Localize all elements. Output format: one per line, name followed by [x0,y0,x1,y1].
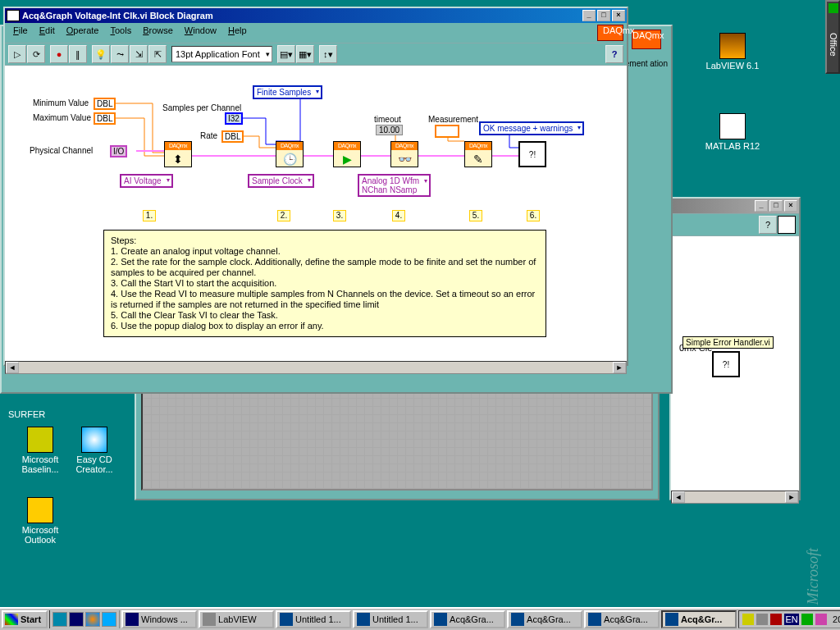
pause-button[interactable]: ‖ [69,45,87,63]
ring-read-type[interactable]: Analog 1D Wfm NChan NSamp [358,174,431,197]
tray-volume-icon[interactable] [756,614,768,625]
system-tray: EN 20:49 [738,610,840,628]
ring-ai-voltage[interactable]: AI Voltage [120,174,173,188]
desktop-icon-outlook[interactable]: Microsoft Outlook [11,497,69,545]
desktop-icon-matlab[interactable]: MATLAB R12 [704,113,761,151]
node-start-task[interactable]: DAQmx▶ [333,141,361,167]
close-button[interactable]: × [612,10,625,21]
const-max-value[interactable]: DBL [94,112,116,125]
taskbtn-windows[interactable]: Windows ... [121,610,197,628]
quick-launch [49,610,120,628]
indicator-wfm[interactable] [435,125,459,138]
node-clear-task[interactable]: DAQmx✎ [464,141,492,167]
taskbtn-untitled1a[interactable]: Untitled 1... [276,610,351,628]
ring-ok-message[interactable]: OK message + warnings [479,121,584,135]
run-continuous-button[interactable]: ⟳ [27,45,45,63]
disk-icon [126,613,139,626]
error-handler-node-bg[interactable]: ?! [712,351,740,377]
ring-sample-clock[interactable]: Sample Clock [248,174,314,188]
node-sample-clock[interactable]: DAQmx🕒 [276,141,304,167]
window-bd-background2[interactable]: _ □ × ? 0mx Cle Simple Error Handler.vi … [669,197,801,500]
context-help-button[interactable]: ? [605,45,623,63]
step-3: 3. Call the Start VI to start the acquis… [111,278,539,289]
tray-icon-6[interactable] [815,614,827,625]
tray-icon-5[interactable] [801,614,813,625]
taskbtn-untitled1b[interactable]: Untitled 1... [353,610,428,628]
titlebar-main[interactable]: Acq&Graph Voltage-Int Clk.vi Block Diagr… [5,8,627,23]
help-button[interactable]: ? [759,216,777,234]
daqmx-palette-button[interactable]: DAQmx [597,25,623,41]
close-button[interactable]: × [784,200,797,212]
scrollbar-h-bg2[interactable]: ◄► [671,491,799,504]
step-2: 2. Set the rate for the sample clock. Ad… [111,257,539,278]
tooltip-simple-error: Simple Error Handler.vi [682,336,774,349]
taskbtn-acq-active[interactable]: Acq&Gr... [661,610,737,628]
const-rate[interactable]: DBL [221,130,244,143]
labview-icon [719,33,746,59]
tray-lang-indicator[interactable]: EN [784,614,799,625]
menu-operate[interactable]: Operate [62,25,104,41]
abort-button[interactable]: ● [50,45,68,63]
matlab-icon [719,113,746,139]
scrollbar-h-main[interactable]: ◄► [5,361,627,374]
ring-finite-samples[interactable]: Finite Samples [253,85,322,99]
node-error-handler[interactable]: ?! [518,141,546,167]
office-shortcut-bar[interactable]: Office [825,0,840,74]
node-create-channel[interactable]: DAQmx⬍ [164,141,192,167]
tray-icon-3[interactable] [770,614,782,625]
vi-icon [434,613,447,626]
menu-browse[interactable]: Browse [138,25,178,41]
desktop-icon-labview[interactable]: LabVIEW 6.1 [704,33,761,71]
tray-clock[interactable]: 20:49 [833,614,840,624]
taskbtn-acq1[interactable]: Acq&Gra... [430,610,505,628]
tray-icon-1[interactable] [742,614,754,625]
step-marker-4: 4. [392,210,405,221]
const-timeout-value[interactable]: 10.00 [376,125,403,135]
step-5: 5. Call the Clear Task VI to clear the T… [111,310,539,321]
label-min: Minimum Value [33,98,89,107]
icon-button[interactable] [778,216,796,234]
titlebar-bg2[interactable]: _ □ × [671,199,799,213]
distribute-button[interactable]: ▦▾ [296,45,314,63]
menubar: File Edit Operate Tools Browse Window He… [5,23,627,43]
ql-save-icon[interactable] [69,612,84,627]
maximize-button[interactable]: □ [597,10,610,21]
menu-help[interactable]: Help [223,25,252,41]
vi-icon [280,613,293,626]
taskbtn-acq3[interactable]: Acq&Gra... [584,610,660,628]
taskbtn-acq2[interactable]: Acq&Gra... [507,610,582,628]
menu-tools[interactable]: Tools [105,25,136,41]
font-selector[interactable]: 13pt Application Font [171,46,272,62]
surfer-label: SURFER [8,409,45,419]
highlight-exec-button[interactable]: 💡 [92,45,110,63]
const-physical-channel[interactable]: I/O [110,145,127,158]
step-into-button[interactable]: ⇲ [130,45,148,63]
reorder-button[interactable]: ↕▾ [319,45,337,63]
const-samples[interactable]: I32 [225,112,243,125]
taskbtn-labview[interactable]: LabVIEW [199,610,274,628]
start-button[interactable]: Start [2,610,48,628]
menu-file[interactable]: File [8,25,33,41]
block-diagram-canvas[interactable]: Minimum Value DBL Maximum Value DBL Phys… [5,66,627,361]
toolbar-main: ▷ ⟳ ● ‖ 💡 ⤳ ⇲ ⇱ 13pt Application Font ▤▾… [5,43,627,66]
node-read[interactable]: DAQmx👓 [390,141,418,167]
ql-ie-icon[interactable] [102,612,116,627]
menu-edit[interactable]: Edit [34,25,60,41]
shield-icon [27,427,53,453]
label-phys: Physical Channel [30,146,93,155]
maximize-button[interactable]: □ [769,200,783,212]
minimize-button[interactable]: _ [582,10,596,21]
microsoft-watermark: Microsoft [805,548,822,605]
step-over-button[interactable]: ⇱ [148,45,167,63]
retain-wire-button[interactable]: ⤳ [111,45,129,63]
vi-icon [357,613,370,626]
const-min-value public[interactable]: DBL [94,98,116,110]
align-button[interactable]: ▤▾ [277,45,295,63]
minimize-button[interactable]: _ [755,200,768,212]
run-button[interactable]: ▷ [8,45,26,63]
desktop-icon-mbsa[interactable]: Microsoft Baselin... [11,427,69,474]
ql-media-icon[interactable] [85,612,100,627]
desktop-icon-easycd[interactable]: Easy CD Creator... [66,427,123,474]
menu-window[interactable]: Window [180,25,221,41]
ql-desktop-icon[interactable] [52,612,67,627]
